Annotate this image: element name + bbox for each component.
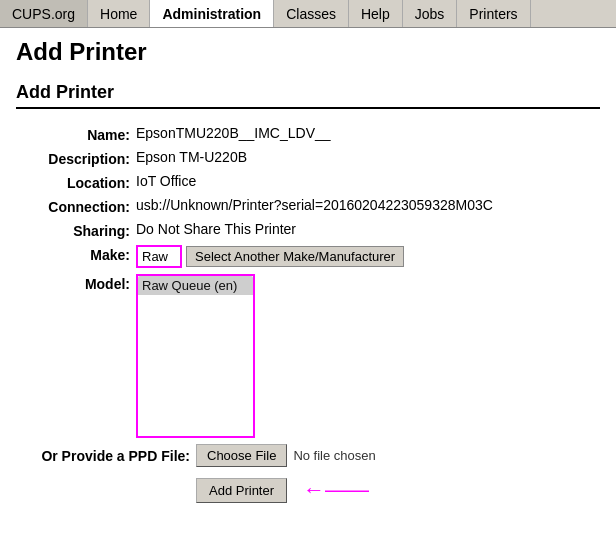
description-value: Epson TM-U220B: [136, 149, 600, 165]
make-input[interactable]: [136, 245, 182, 268]
make-label: Make:: [16, 245, 136, 263]
model-container: Raw Queue (en): [136, 274, 600, 438]
ppd-row: Or Provide a PPD File: Choose File No fi…: [16, 444, 600, 467]
nav-brand[interactable]: CUPS.org: [0, 0, 88, 27]
name-value: EpsonTMU220B__IMC_LDV__: [136, 125, 600, 141]
connection-row: Connection: usb://Unknown/Printer?serial…: [16, 197, 600, 215]
submit-row: Add Printer ←——: [196, 477, 600, 503]
name-row: Name: EpsonTMU220B__IMC_LDV__: [16, 125, 600, 143]
page-content: Add Printer Add Printer Name: EpsonTMU22…: [0, 28, 616, 513]
sharing-label: Sharing:: [16, 221, 136, 239]
model-label: Model:: [16, 274, 136, 292]
add-printer-button[interactable]: Add Printer: [196, 478, 287, 503]
arrow-icon: ←——: [303, 477, 369, 503]
make-row: Make: Select Another Make/Manufacturer: [16, 245, 600, 268]
nav-help[interactable]: Help: [349, 0, 403, 27]
location-label: Location:: [16, 173, 136, 191]
no-file-text: No file chosen: [293, 448, 375, 463]
model-row: Model: Raw Queue (en): [16, 274, 600, 438]
select-manufacturer-button[interactable]: Select Another Make/Manufacturer: [186, 246, 404, 267]
location-value: IoT Office: [136, 173, 600, 189]
description-row: Description: Epson TM-U220B: [16, 149, 600, 167]
section-title: Add Printer: [16, 82, 600, 109]
navbar: CUPS.org Home Administration Classes Hel…: [0, 0, 616, 28]
name-label: Name:: [16, 125, 136, 143]
connection-label: Connection:: [16, 197, 136, 215]
nav-home[interactable]: Home: [88, 0, 150, 27]
sharing-row: Sharing: Do Not Share This Printer: [16, 221, 600, 239]
model-option-raw[interactable]: Raw Queue (en): [138, 276, 253, 295]
description-label: Description:: [16, 149, 136, 167]
nav-classes[interactable]: Classes: [274, 0, 349, 27]
choose-file-button[interactable]: Choose File: [196, 444, 287, 467]
ppd-label: Or Provide a PPD File:: [16, 448, 196, 464]
model-select[interactable]: Raw Queue (en): [138, 276, 253, 436]
location-row: Location: IoT Office: [16, 173, 600, 191]
sharing-value: Do Not Share This Printer: [136, 221, 600, 237]
nav-jobs[interactable]: Jobs: [403, 0, 458, 27]
page-title: Add Printer: [16, 38, 600, 66]
nav-administration[interactable]: Administration: [150, 0, 274, 27]
model-select-wrapper: Raw Queue (en): [136, 274, 255, 438]
make-container: Select Another Make/Manufacturer: [136, 245, 600, 268]
connection-value: usb://Unknown/Printer?serial=20160204223…: [136, 197, 600, 213]
nav-printers[interactable]: Printers: [457, 0, 530, 27]
